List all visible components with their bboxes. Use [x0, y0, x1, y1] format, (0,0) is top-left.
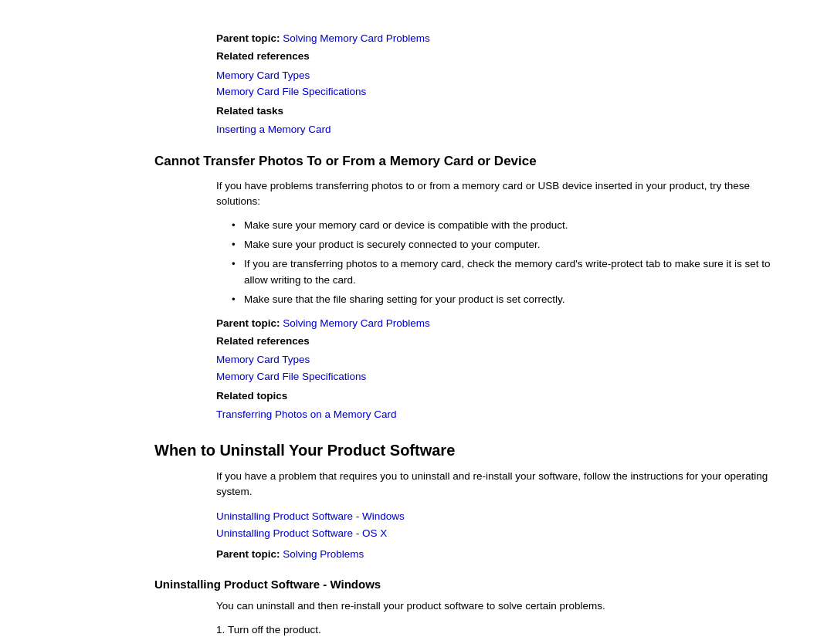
cannot-transfer-body: If you have problems transferring photos…: [216, 178, 788, 211]
related-references-bold: Related references: [216, 50, 310, 62]
section2-parent-topic-label: Parent topic:: [216, 548, 280, 560]
section1-parent-topic-label: Parent topic:: [216, 317, 280, 329]
related-tasks-label: Related tasks: [216, 103, 788, 119]
bullet-4: Make sure that the file sharing setting …: [232, 292, 788, 308]
bullet-2: Make sure your product is securely conne…: [232, 237, 788, 253]
related-ref-link1-top[interactable]: Memory Card Types: [216, 67, 788, 84]
section1-topics-link1[interactable]: Transferring Photos on a Memory Card: [216, 406, 788, 423]
bullet-1: Make sure your memory card or device is …: [232, 218, 788, 234]
section2-parent-topic-line: Parent topic: Solving Problems: [216, 547, 788, 562]
section1-ref-link1[interactable]: Memory Card Types: [216, 351, 788, 368]
top-meta-block: Parent topic: Solving Memory Card Proble…: [216, 31, 788, 138]
step-1: Turn off the product.: [228, 622, 788, 639]
section-cannot-transfer: Cannot Transfer Photos To or From a Memo…: [154, 154, 788, 423]
section1-parent-topic-link[interactable]: Solving Memory Card Problems: [283, 317, 430, 329]
parent-topic-line: Parent topic: Solving Memory Card Proble…: [216, 31, 788, 46]
section1-related-references-label: Related references: [216, 334, 788, 349]
top-meta-section: Parent topic: Solving Memory Card Proble…: [154, 31, 788, 138]
section-uninstall: When to Uninstall Your Product Software …: [154, 442, 788, 562]
section1-related-ref-bold: Related references: [216, 335, 310, 347]
uninstall-heading: When to Uninstall Your Product Software: [154, 442, 788, 459]
section1-related-topics-bold: Related topics: [216, 390, 287, 402]
section-uninstall-windows: Uninstalling Product Software - Windows …: [154, 578, 788, 639]
uninstall-steps: Turn off the product.: [228, 622, 788, 639]
page-container: Parent topic: Solving Memory Card Proble…: [0, 0, 834, 644]
section1-meta: Parent topic: Solving Memory Card Proble…: [216, 316, 788, 423]
section1-parent-topic-line: Parent topic: Solving Memory Card Proble…: [216, 316, 788, 331]
parent-topic-link[interactable]: Solving Memory Card Problems: [283, 32, 430, 44]
uninstall-windows-heading: Uninstalling Product Software - Windows: [154, 578, 788, 591]
uninstall-osx-link[interactable]: Uninstalling Product Software - OS X: [216, 525, 788, 542]
related-tasks-bold: Related tasks: [216, 105, 283, 117]
content-area: Parent topic: Solving Memory Card Proble…: [154, 31, 788, 644]
uninstall-links: Uninstalling Product Software - Windows …: [216, 508, 788, 561]
cannot-transfer-bullets: Make sure your memory card or device is …: [232, 218, 788, 308]
section1-ref-link2[interactable]: Memory Card File Specifications: [216, 368, 788, 385]
related-references-label-top: Related references: [216, 49, 788, 64]
related-ref-link2-top[interactable]: Memory Card File Specifications: [216, 83, 788, 100]
uninstall-body: If you have a problem that requires you …: [216, 469, 788, 501]
cannot-transfer-heading: Cannot Transfer Photos To or From a Memo…: [154, 154, 788, 169]
uninstall-windows-link[interactable]: Uninstalling Product Software - Windows: [216, 508, 788, 525]
uninstall-windows-body: You can uninstall and then re-install yo…: [216, 598, 788, 615]
section2-parent-topic-link[interactable]: Solving Problems: [283, 548, 364, 560]
parent-topic-label: Parent topic:: [216, 32, 280, 44]
section1-related-topics-label: Related topics: [216, 388, 788, 404]
related-task-link1[interactable]: Inserting a Memory Card: [216, 121, 788, 138]
bullet-3: If you are transferring photos to a memo…: [232, 256, 788, 289]
